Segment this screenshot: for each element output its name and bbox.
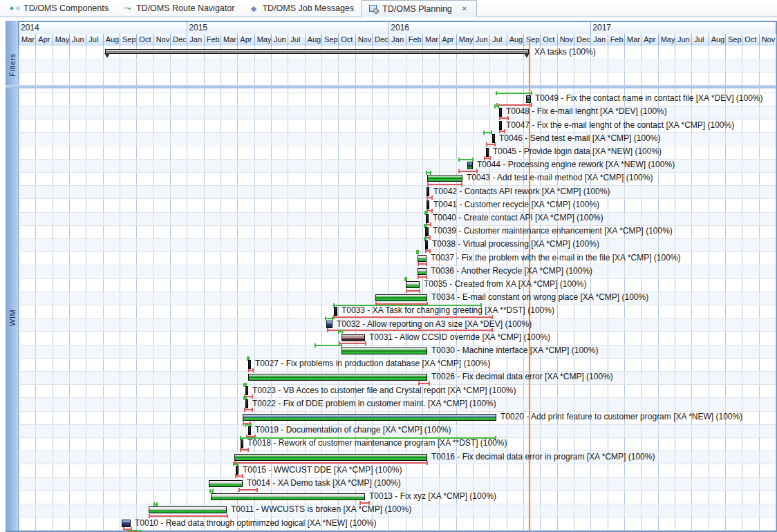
summary-task-bar[interactable] — [105, 49, 529, 54]
month-header-sep-42: Sep — [725, 34, 742, 46]
plan-green-T0030-tick — [315, 343, 316, 348]
year-tick — [187, 22, 187, 34]
plan-red-T0010-tick — [123, 527, 124, 531]
tab-close-icon[interactable]: ✕ — [460, 4, 469, 13]
task-bar-T0019[interactable] — [248, 426, 251, 435]
tab-label: TD/OMS Components — [24, 3, 109, 13]
tab-td-oms-job-messages[interactable]: ◆TD/OMS Job Messages — [241, 0, 361, 17]
month-header-may-14: May — [254, 34, 272, 46]
month-header-jun-15: Jun — [271, 34, 288, 46]
plan-red-T0035-tick — [419, 289, 420, 293]
month-header-jan-34: Jan — [590, 34, 608, 46]
task-bar-T0040[interactable] — [426, 214, 429, 223]
task-bar-T0049[interactable] — [526, 95, 531, 103]
wim-row-line — [19, 212, 776, 213]
plan-green-T0031-tick — [338, 330, 339, 334]
plan-red-T0043-line — [427, 184, 462, 185]
plan-green-T0049-tick — [496, 91, 497, 95]
plan-green-T0043-tick — [426, 171, 427, 175]
task-bar-T0026[interactable] — [248, 374, 427, 381]
task-bar-T0013[interactable] — [211, 493, 365, 500]
task-bar-T0041[interactable] — [427, 200, 429, 209]
task-label-T0049: T0049 - Fix the contact name in contact … — [535, 93, 763, 103]
task-bar-T0047[interactable] — [499, 121, 502, 130]
task-bar-T0015[interactable] — [236, 466, 238, 475]
task-label-T0039: T0039 - Customer maintenance enhancement… — [433, 226, 673, 236]
wim-row-band — [19, 238, 776, 251]
plan-green-T0049-line — [496, 93, 532, 94]
task-label-T0011: T0011 - WWCUSTS is broken [XA *CMP] (100… — [231, 504, 411, 514]
month-header-dec-21: Dec — [372, 34, 389, 46]
task-bar-T0037[interactable] — [418, 255, 427, 262]
section-label-filters[interactable]: Filters — [6, 46, 19, 85]
plan-red-T0039-tick — [429, 236, 431, 240]
wim-row-line — [19, 265, 776, 265]
plan-green-T0011-tick — [153, 502, 155, 506]
task-label-T0022: T0022 - Fix of DDE problem in customer m… — [252, 399, 496, 408]
task-bar-T0031[interactable] — [341, 334, 365, 341]
plan-red-T0032-line — [327, 330, 493, 331]
task-bar-T0018[interactable] — [241, 439, 243, 448]
task-bar-T0033[interactable] — [334, 307, 337, 316]
task-bar-T0027[interactable] — [248, 360, 251, 369]
task-label-T0033: T0033 - XA Task for changing greeting [X… — [341, 305, 554, 315]
tab-td-oms-planning[interactable]: ◷TD/OMS Planning✕ — [361, 0, 477, 17]
task-bar-T0034[interactable] — [375, 294, 427, 301]
task-label-T0016: T0016 - Fix decimal data error in progra… — [431, 452, 655, 462]
month-header-nov-32: Nov — [557, 34, 574, 46]
task-bar-T0032[interactable] — [326, 321, 333, 328]
task-bar-T0046[interactable] — [492, 134, 495, 143]
task-label-T0035: T0035 - Created from XA [XA *CMP] (100%) — [424, 279, 586, 289]
task-label-T0047: T0047 - Fix the e-mail lenght of the con… — [506, 120, 734, 130]
year-label-2017: 2017 — [592, 23, 611, 32]
wim-row-line — [19, 345, 776, 345]
tab-td-oms-components[interactable]: ✦✧TD/OMS Components — [3, 0, 115, 17]
month-header-mar-12: Mar — [221, 34, 238, 46]
section-label-wim[interactable]: WIM — [6, 263, 19, 373]
month-header-dec-33: Dec — [574, 34, 591, 46]
month-header-apr-37: Apr — [641, 34, 658, 46]
editor-tab-bar: ✦✧TD/OMS Components⤳TD/OMS Route Navigat… — [0, 0, 777, 17]
summary-task-label: XA tasks (100%) — [534, 47, 596, 57]
task-bar-T0045[interactable] — [486, 148, 489, 157]
task-bar-T0030[interactable] — [341, 348, 427, 354]
plan-red-T0014-tick — [238, 488, 240, 492]
tab-td-oms-route-navigator[interactable]: ⤳TD/OMS Route Navigator — [115, 0, 241, 17]
wim-row-line — [19, 278, 776, 279]
section-separator — [6, 85, 776, 88]
task-bar-T0011[interactable] — [149, 506, 227, 513]
task-bar-T0020[interactable] — [243, 414, 496, 421]
task-bar-T0039[interactable] — [425, 227, 429, 236]
task-bar-T0043[interactable] — [427, 175, 462, 182]
task-bar-T0044[interactable] — [467, 162, 473, 169]
plan-red-T0018-tick — [247, 448, 249, 452]
plan-green-T0030-tick — [341, 343, 342, 348]
year-label-2015: 2015 — [189, 23, 207, 32]
task-label-T0023: T0023 - VB Acces to customer file and Cr… — [252, 386, 516, 395]
task-bar-T0036[interactable] — [418, 268, 427, 275]
month-header-sep-18: Sep — [321, 34, 339, 46]
task-label-T0042: T0042 - Contacts API rework [XA *CMP] (1… — [433, 187, 610, 196]
task-bar-T0023[interactable] — [245, 386, 248, 395]
plan-green-T0046-tick — [483, 131, 485, 135]
month-header-aug-41: Aug — [709, 34, 726, 46]
tab-label: TD/OMS Planning — [382, 4, 452, 14]
messages-icon: ◆ — [248, 3, 259, 14]
task-bar-T0035[interactable] — [406, 281, 420, 288]
plan-red-T0011-line — [149, 515, 228, 517]
task-bar-T0014[interactable] — [209, 480, 243, 487]
month-header-aug-5: Aug — [103, 34, 120, 46]
plan-green-T0013-tick — [209, 489, 211, 493]
plan-red-T0033-line — [333, 316, 493, 318]
task-label-T0019: T0019 - Documentation of change [XA *CMP… — [255, 425, 451, 435]
task-bar-T0010[interactable] — [122, 520, 131, 527]
task-bar-T0042[interactable] — [427, 187, 429, 196]
task-bar-T0016[interactable] — [234, 454, 427, 461]
month-header-jul-4: Jul — [86, 34, 103, 46]
task-bar-T0048[interactable] — [499, 108, 502, 117]
year-label-2016: 2016 — [391, 23, 409, 32]
task-bar-T0022[interactable] — [245, 399, 248, 408]
month-header-may-2: May — [53, 34, 70, 46]
month-header-jan-10: Jan — [187, 34, 204, 46]
task-bar-T0038[interactable] — [425, 240, 428, 249]
